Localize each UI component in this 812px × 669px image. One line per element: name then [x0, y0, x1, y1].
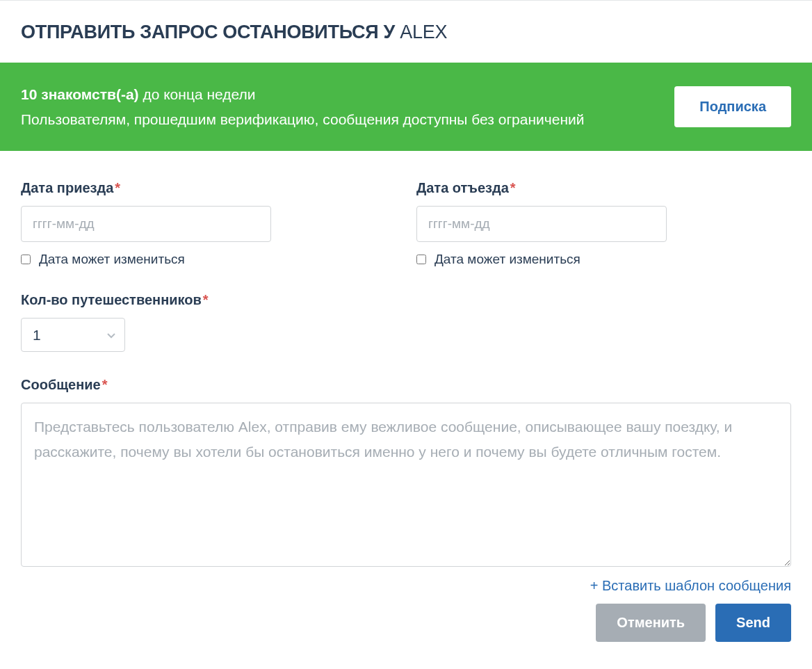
- travelers-label-text: Кол-во путешественников: [21, 292, 202, 307]
- title-host-name: ALEX: [400, 22, 447, 42]
- banner-text: 10 знакомств(-а) до конца недели Пользов…: [21, 82, 584, 131]
- arrival-flexible-label: Дата может измениться: [39, 252, 185, 267]
- banner-rest1: до конца недели: [139, 86, 256, 102]
- travelers-section: Кол-во путешественников* 1: [21, 292, 791, 352]
- arrival-flexible-checkbox[interactable]: [21, 255, 31, 264]
- arrival-col: Дата приезда* Дата может измениться: [21, 180, 396, 267]
- subscribe-button[interactable]: Подписка: [674, 86, 791, 127]
- title-prefix: ОТПРАВИТЬ ЗАПРОС ОСТАНОВИТЬСЯ У: [21, 22, 400, 42]
- arrival-date-input[interactable]: [21, 206, 271, 242]
- required-mark: *: [102, 377, 108, 392]
- departure-col: Дата отъезда* Дата может измениться: [416, 180, 791, 267]
- insert-template-link[interactable]: + Вставить шаблон сообщения: [590, 578, 791, 594]
- send-button[interactable]: Send: [715, 604, 791, 642]
- arrival-label-text: Дата приезда: [21, 180, 113, 195]
- message-textarea[interactable]: [21, 403, 791, 567]
- required-mark: *: [203, 292, 209, 307]
- departure-label: Дата отъезда*: [416, 180, 791, 196]
- departure-label-text: Дата отъезда: [416, 180, 509, 195]
- banner-bold: 10 знакомств(-а): [21, 86, 139, 102]
- departure-flexible-label: Дата может измениться: [435, 252, 580, 267]
- banner-line2: Пользователям, прошедшим верификацию, со…: [21, 107, 584, 132]
- form-footer: + Вставить шаблон сообщения Отменить Sen…: [21, 578, 791, 642]
- message-label: Сообщение*: [21, 377, 791, 393]
- request-form: Дата приезда* Дата может измениться Дата…: [0, 151, 812, 663]
- message-section: Сообщение*: [21, 377, 791, 570]
- required-mark: *: [115, 180, 120, 195]
- message-label-text: Сообщение: [21, 377, 101, 392]
- departure-flexible-checkbox[interactable]: [416, 255, 426, 264]
- required-mark: *: [510, 180, 516, 195]
- page-title: ОТПРАВИТЬ ЗАПРОС ОСТАНОВИТЬСЯ У ALEX: [0, 1, 812, 63]
- cancel-button[interactable]: Отменить: [596, 604, 706, 642]
- travelers-label: Кол-во путешественников*: [21, 292, 791, 308]
- arrival-label: Дата приезда*: [21, 180, 396, 196]
- travelers-select[interactable]: 1: [21, 318, 125, 352]
- promo-banner: 10 знакомств(-а) до конца недели Пользов…: [0, 63, 812, 151]
- departure-date-input[interactable]: [416, 206, 667, 242]
